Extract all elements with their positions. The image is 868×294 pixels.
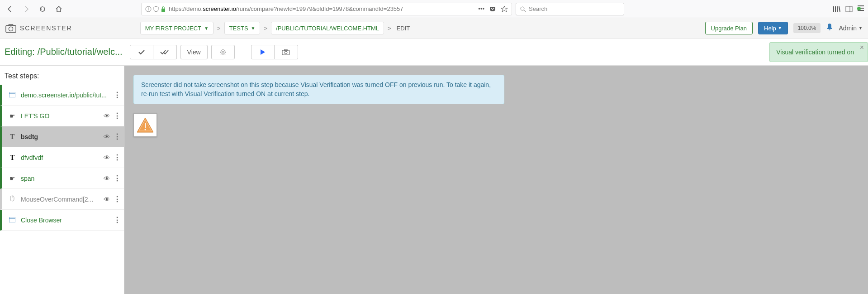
step-label: dfvdfvdf	[21, 154, 99, 161]
step-label: LET'S GO	[21, 112, 99, 120]
svg-line-8	[839, 6, 840, 12]
lock-icon	[161, 6, 166, 12]
breadcrumb-current: EDIT	[395, 25, 412, 32]
reload-button[interactable]	[36, 3, 49, 15]
svg-rect-25	[9, 217, 15, 222]
step-menu-icon[interactable]: ⋮	[114, 91, 120, 99]
url-text: https://demo.screenster.io/runs/compare?…	[169, 5, 478, 12]
arrow-right-icon	[23, 5, 30, 13]
step-menu-icon[interactable]: ⋮	[114, 195, 120, 203]
play-icon	[260, 49, 266, 55]
menu-button[interactable]	[857, 5, 864, 13]
double-check-icon	[160, 49, 169, 55]
eye-icon[interactable]: 👁	[104, 154, 110, 161]
home-button[interactable]	[52, 3, 65, 15]
step-item[interactable]: T dfvdfvdf 👁⋮	[0, 147, 124, 168]
breadcrumb-project[interactable]: MY FIRST PROJECT▼	[140, 22, 213, 34]
browser-icon	[8, 92, 16, 99]
sidebar: Test steps: demo.screenster.io/public/tu…	[0, 66, 124, 294]
ellipsis-icon[interactable]: •••	[478, 5, 484, 12]
url-bar[interactable]: i https://demo.screenster.io/runs/compar…	[141, 3, 512, 15]
eye-icon[interactable]: 👁	[104, 175, 110, 182]
step-item[interactable]: ☛ LET'S GO 👁⋮	[0, 106, 124, 126]
step-menu-icon[interactable]: ⋮	[114, 153, 120, 162]
gear-icon	[219, 48, 227, 56]
info-icon: i	[145, 6, 152, 12]
step-menu-icon[interactable]: ⋮	[114, 132, 120, 141]
approve-all-button[interactable]	[153, 45, 177, 59]
app-header: SCREENSTER MY FIRST PROJECT▼ > TESTS▼ > …	[0, 18, 868, 39]
breadcrumb-sep: >	[264, 25, 267, 32]
info-banner: Screenster did not take screenshot on th…	[133, 75, 504, 104]
step-item[interactable]: demo.screenster.io/public/tut... ⋮	[0, 85, 124, 106]
camera-icon	[5, 23, 16, 33]
upgrade-button[interactable]: Upgrade Plan	[705, 22, 753, 34]
breadcrumb-sep: >	[217, 25, 221, 32]
step-label: Close Browser	[21, 217, 109, 224]
approve-button[interactable]	[130, 45, 153, 59]
svg-text:i: i	[148, 7, 149, 11]
check-icon	[138, 49, 145, 55]
run-group	[251, 45, 298, 59]
step-menu-icon[interactable]: ⋮	[114, 111, 120, 120]
approve-group	[130, 45, 177, 59]
breadcrumb-tests[interactable]: TESTS▼	[224, 22, 261, 34]
text-icon: T	[8, 133, 16, 141]
admin-menu[interactable]: Admin▼	[839, 24, 863, 32]
browser-chrome: i https://demo.screenster.io/runs/compar…	[0, 0, 868, 18]
warning-icon	[135, 115, 155, 135]
view-group: View	[180, 45, 208, 59]
reload-icon	[39, 5, 46, 13]
star-icon[interactable]	[501, 5, 508, 13]
breadcrumb-sep: >	[388, 25, 391, 32]
play-button[interactable]	[251, 45, 275, 59]
svg-rect-9	[846, 6, 852, 12]
step-menu-icon[interactable]: ⋮	[114, 216, 120, 224]
svg-line-4	[524, 10, 526, 12]
eye-icon[interactable]: 👁	[104, 133, 110, 140]
mouse-icon	[8, 195, 16, 203]
settings-button[interactable]	[211, 45, 235, 59]
screenshot-button[interactable]	[275, 45, 298, 59]
step-item[interactable]: MouseOverCommand[2... 👁⋮	[0, 189, 124, 210]
eye-icon[interactable]: 👁	[104, 112, 110, 120]
editing-path: /Public/tutorial/welc...	[38, 47, 123, 57]
search-placeholder: Search	[529, 5, 547, 12]
toolbar: Editing: /Public/tutorial/welc... View V…	[0, 39, 868, 66]
browser-icon	[8, 217, 16, 224]
step-item[interactable]: ☛ span 👁⋮	[0, 168, 124, 189]
step-menu-icon[interactable]: ⋮	[114, 174, 120, 183]
svg-point-3	[521, 7, 524, 10]
step-item[interactable]: Close Browser ⋮	[0, 210, 124, 231]
search-box[interactable]: Search	[516, 3, 624, 15]
svg-rect-2	[161, 9, 165, 12]
svg-point-28	[145, 129, 146, 130]
svg-rect-21	[9, 92, 15, 97]
svg-point-19	[285, 51, 287, 54]
screenshot-thumbnail[interactable]	[133, 113, 157, 137]
bell-icon[interactable]	[826, 23, 833, 34]
notification-close[interactable]: ×	[860, 43, 864, 52]
breadcrumb-path[interactable]: /PUBLIC/TUTORIAL/WELCOME.HTML	[271, 22, 384, 34]
back-button[interactable]	[4, 3, 16, 15]
view-button[interactable]: View	[180, 45, 208, 59]
eye-icon[interactable]: 👁	[104, 196, 110, 203]
sidebar-title: Test steps:	[0, 66, 124, 85]
library-icon[interactable]	[833, 5, 841, 13]
logo[interactable]: SCREENSTER	[5, 23, 72, 33]
content-area: Screenster did not take screenshot on th…	[124, 66, 868, 294]
step-label: bsdtg	[21, 133, 99, 140]
breadcrumb: MY FIRST PROJECT▼ > TESTS▼ > /PUBLIC/TUT…	[140, 22, 412, 34]
sidebar-icon[interactable]	[845, 5, 853, 13]
text-icon: T	[8, 154, 16, 162]
help-button[interactable]: Help▼	[758, 22, 788, 34]
forward-button[interactable]	[20, 3, 33, 15]
search-icon	[520, 6, 526, 12]
pocket-icon[interactable]	[489, 6, 496, 12]
click-icon: ☛	[8, 112, 16, 120]
shield-icon	[153, 6, 159, 12]
editing-label: Editing:	[5, 47, 35, 57]
main: Test steps: demo.screenster.io/public/tu…	[0, 66, 868, 294]
step-item[interactable]: T bsdtg 👁⋮	[0, 126, 124, 147]
settings-group	[211, 45, 235, 59]
